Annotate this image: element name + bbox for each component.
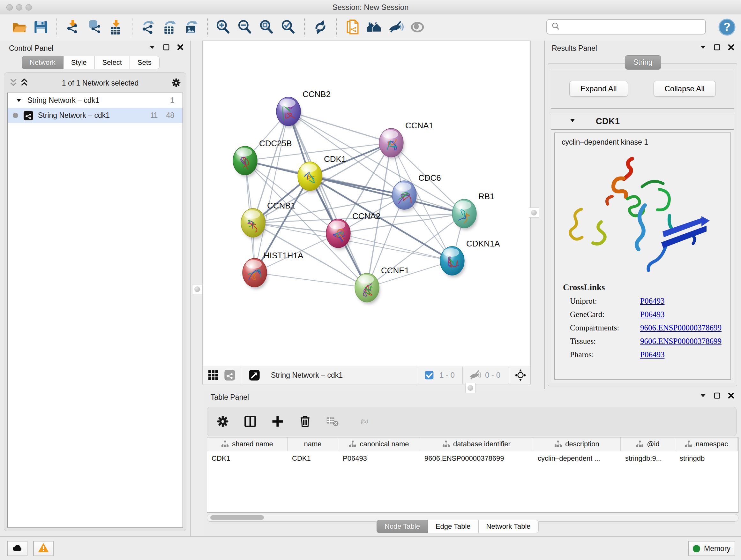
crosslink-link[interactable]: P06493 [640,297,664,306]
memory-status-dot [693,545,700,552]
node-label-cdk1: CDK1 [324,154,346,164]
expand-all-networks-icon[interactable] [19,77,30,89]
close-panel-icon[interactable] [176,43,185,52]
tab-string[interactable]: String [624,55,661,70]
table-panel: Table Panel f(x) shared namenamecanonica… [202,389,741,537]
warnings-button[interactable] [33,541,54,556]
right-splitter-handle[interactable] [529,207,539,218]
delete-table-icon-disabled[interactable] [325,414,340,429]
node-label-rb1: RB1 [478,192,495,201]
title-bar: Session: New Session [0,0,741,14]
import-database-button[interactable] [85,17,104,37]
homes-button[interactable] [365,17,383,37]
control-panel-tabs: NetworkStyleSelectSets [22,56,159,69]
column-header-description[interactable]: description [533,437,621,451]
tab-network-table[interactable]: Network Table [479,520,539,533]
org-chart-icon [442,440,450,448]
cdk1-section-content: cyclin–dependent kinase 1 [554,132,731,380]
zoom-fit-button[interactable] [258,17,276,37]
memory-button[interactable]: Memory [688,541,735,556]
save-button[interactable] [31,17,50,37]
collapse-all-networks-icon[interactable] [8,77,19,89]
application-window: Session: New Session ? Control Panel Net… [0,0,741,560]
search-field[interactable] [546,19,706,35]
search-input[interactable] [563,22,701,31]
tab-network[interactable]: Network [22,56,64,69]
help-button[interactable]: ? [718,18,736,36]
svg-text:?: ? [724,20,731,34]
crosslink-link[interactable]: P06493 [640,350,664,359]
column-header-label: namespac [696,440,728,448]
crosslink-label: Uniprot: [570,297,640,306]
birdseye-view-icon[interactable] [248,368,261,382]
column-header-canonical-name[interactable]: canonical name [338,437,420,451]
crosslink-link[interactable]: P06493 [640,310,664,319]
float-panel-icon[interactable] [161,43,171,52]
fit-selected-crosshair-icon[interactable] [514,368,527,382]
crosslink-link[interactable]: 9606.ENSP00000378699 [640,323,722,332]
collapse-panel-icon[interactable] [698,391,708,400]
float-panel-icon[interactable] [712,391,722,400]
control-panel-title: Control Panel [9,44,53,53]
hide-eye-button[interactable] [387,17,405,37]
horizontal-splitter-handle[interactable] [465,383,475,393]
hidden-items-icon[interactable] [468,368,482,382]
collapse-panel-icon[interactable] [147,43,157,52]
selected-items-checkbox-icon[interactable] [422,368,436,382]
network-canvas[interactable]: CCNB2CCNA1CDC25BCDK1CDC6RB1CCNB1CCNA2CDK… [203,41,530,366]
column-header--id[interactable]: @id [621,437,675,451]
import-table-button[interactable] [107,17,125,37]
export-table-button[interactable] [160,17,179,37]
tab-select[interactable]: Select [95,56,130,69]
column-header-database-identifier[interactable]: database identifier [420,437,533,451]
table-cell: cyclin–dependent ... [533,451,621,466]
network-view-mode-icon[interactable] [223,368,237,382]
collapse-all-button[interactable]: Collapse All [654,81,716,97]
column-header-name[interactable]: name [287,437,338,451]
table-row[interactable]: CDK1CDK1P064939606.ENSP00000378699cyclin… [207,451,738,466]
status-bar: Memory [0,537,741,560]
show-columns-icon[interactable] [243,414,258,429]
left-splitter-handle[interactable] [192,284,202,294]
network-options-gear-icon[interactable] [171,77,182,89]
float-panel-icon[interactable] [712,43,722,52]
function-builder-icon-disabled[interactable]: f(x) [353,414,382,429]
scrollbar-thumb[interactable] [210,515,264,520]
open-folder-button[interactable] [10,17,28,37]
eye-disabled-button[interactable] [408,17,427,37]
zoom-selected-button[interactable] [279,17,298,37]
copy-documents-button[interactable] [343,17,361,37]
zoom-in-button[interactable] [214,17,232,37]
zoom-out-button[interactable] [236,17,254,37]
network-row[interactable]: String Network – cdk1 11 48 [8,108,183,123]
create-column-icon[interactable] [270,414,285,429]
automation-cloud-button[interactable] [7,541,27,556]
network-view[interactable]: CCNB2CCNA1CDC25BCDK1CDC6RB1CCNB1CCNA2CDK… [202,41,531,384]
export-network-button[interactable] [139,17,157,37]
delete-column-icon[interactable] [298,414,313,429]
collapse-panel-icon[interactable] [698,43,708,52]
column-header-shared-name[interactable]: shared name [207,437,287,451]
network-view-title: String Network – cdk1 [271,371,343,380]
section-expand-icon[interactable] [551,116,577,127]
tab-sets[interactable]: Sets [130,56,159,69]
tab-edge-table[interactable]: Edge Table [428,520,479,533]
crosslink-link[interactable]: 9606.ENSP00000378699 [640,337,722,346]
table-options-gear-icon[interactable] [215,414,230,429]
close-panel-icon[interactable] [726,43,736,52]
export-image-button[interactable] [182,17,201,37]
collection-expand-icon[interactable] [14,96,23,105]
tab-style[interactable]: Style [64,56,95,69]
network-icon [23,110,34,121]
table-panel-title: Table Panel [211,393,249,401]
grid-mode-icon[interactable] [206,368,220,382]
expand-all-button[interactable]: Expand All [569,81,628,97]
network-collection-row[interactable]: String Network – cdk1 1 [8,93,183,108]
cdk1-section-header[interactable]: CDK1 [551,113,734,130]
column-header-namespac[interactable]: namespac [675,437,738,451]
close-panel-icon[interactable] [726,391,736,400]
import-network-button[interactable] [64,17,82,37]
string-results-container: Expand All Collapse All CDK1 cyclin–depe… [548,64,737,386]
refresh-button[interactable] [311,17,330,37]
tab-node-table[interactable]: Node Table [377,520,428,533]
